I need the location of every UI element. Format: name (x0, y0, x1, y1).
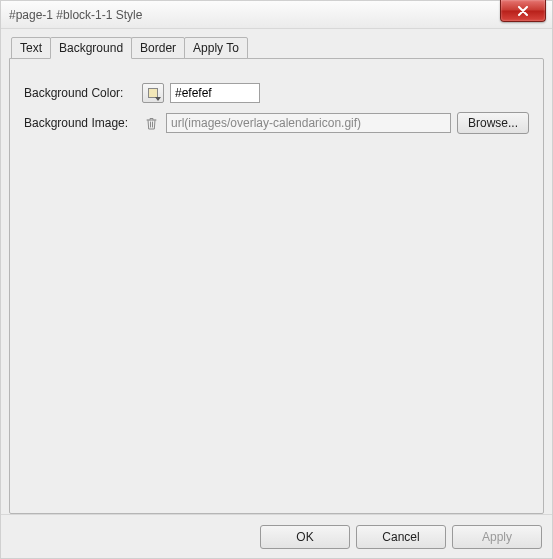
tab-strip: Text Background Border Apply To (9, 37, 544, 59)
close-button[interactable] (500, 0, 546, 22)
color-picker-button[interactable] (142, 83, 164, 103)
titlebar: #page-1 #block-1-1 Style (1, 1, 552, 29)
tab-background[interactable]: Background (50, 37, 132, 59)
trash-icon[interactable] (142, 117, 160, 130)
bg-image-label: Background Image: (24, 116, 142, 130)
tab-panel-background: Background Color: Background Image: Brow… (9, 58, 544, 514)
chevron-down-icon (155, 97, 161, 101)
apply-button[interactable]: Apply (452, 525, 542, 549)
tab-border[interactable]: Border (131, 37, 185, 59)
tab-apply-to[interactable]: Apply To (184, 37, 248, 59)
close-icon (517, 6, 529, 16)
dialog-window: #page-1 #block-1-1 Style Text Background… (0, 0, 553, 559)
row-background-image: Background Image: Browse... (24, 112, 529, 134)
browse-button[interactable]: Browse... (457, 112, 529, 134)
bg-image-input[interactable] (166, 113, 451, 133)
dialog-content: Text Background Border Apply To Backgrou… (1, 29, 552, 514)
bg-color-input[interactable] (170, 83, 260, 103)
window-title: #page-1 #block-1-1 Style (9, 8, 142, 22)
ok-button[interactable]: OK (260, 525, 350, 549)
dialog-footer: OK Cancel Apply (1, 514, 552, 558)
row-background-color: Background Color: (24, 83, 529, 103)
cancel-button[interactable]: Cancel (356, 525, 446, 549)
bg-color-label: Background Color: (24, 86, 142, 100)
tab-text[interactable]: Text (11, 37, 51, 59)
